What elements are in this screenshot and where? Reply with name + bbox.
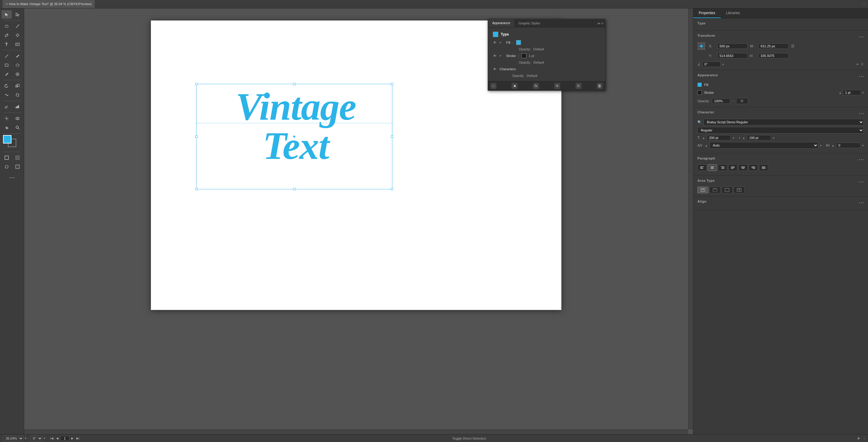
kerning-dropdown-btn[interactable]: ▾ — [820, 144, 822, 147]
drawing-mode[interactable] — [12, 154, 23, 162]
tracking-dropdown-btn[interactable]: ▾ — [862, 144, 864, 147]
tracking-up-btn[interactable]: ▲ — [832, 144, 835, 147]
normal-mode[interactable] — [1, 154, 12, 162]
area-auto-btn[interactable] — [698, 186, 708, 193]
symbol-sprayer-tool[interactable] — [1, 103, 12, 111]
angle-select[interactable]: 0° — [30, 436, 42, 441]
pen-tool[interactable] — [1, 31, 12, 39]
foreground-color[interactable] — [3, 135, 11, 143]
area-type-tool[interactable]: T — [12, 40, 23, 48]
leading-input[interactable] — [747, 135, 771, 140]
close-icon[interactable]: ✕ — [5, 2, 8, 6]
screen-mode[interactable] — [1, 163, 12, 171]
justify-left-btn[interactable] — [728, 164, 737, 171]
stroke-expand-arrow[interactable]: ▾ — [499, 54, 504, 58]
handle-bottom-mid[interactable] — [293, 188, 296, 190]
shape-builder-tool[interactable] — [12, 114, 23, 123]
flip-horizontal-btn[interactable]: ⇔ — [856, 62, 859, 66]
paintbrush-tool[interactable] — [1, 70, 12, 78]
tab-properties[interactable]: Properties — [693, 8, 721, 18]
appearance-more-btn[interactable]: • • • — [859, 75, 864, 78]
fill-appear-swatch[interactable] — [698, 82, 702, 87]
transform-more-btn[interactable]: • • • — [859, 35, 864, 39]
ellipse-tool[interactable] — [12, 61, 23, 69]
stroke-up-btn[interactable]: ▲ — [839, 91, 842, 94]
column-graph-tool[interactable] — [12, 103, 23, 111]
selection-tool[interactable] — [1, 10, 12, 19]
handle-bottom-right[interactable] — [391, 188, 393, 190]
rotate-tool[interactable] — [1, 82, 12, 90]
handle-top-left[interactable] — [195, 83, 198, 85]
area-fixed-btn[interactable] — [722, 186, 733, 193]
vertical-scrollbar[interactable] — [688, 8, 693, 429]
transform-reference-grid[interactable] — [698, 42, 705, 50]
stroke-appear-swatch[interactable] — [698, 91, 702, 95]
stroke-dropdown-btn[interactable]: ▾ — [862, 91, 864, 94]
document-tab[interactable]: ✕ How to Make Vintage Text* @ 36.04 % (C… — [2, 0, 95, 8]
constrain-proportions-btn[interactable]: ⛓ — [791, 44, 795, 48]
fx-button[interactable]: fx — [736, 98, 748, 104]
delete-item-btn[interactable]: 🗑 — [597, 83, 603, 89]
angle-input[interactable] — [702, 62, 720, 67]
nav-last-btn[interactable]: ▶| — [75, 436, 81, 440]
align-left-btn[interactable] — [698, 164, 707, 171]
area-other-btn[interactable] — [734, 186, 745, 193]
leading-dropdown-btn[interactable]: ▾ — [773, 136, 774, 140]
anchor-point-tool[interactable] — [12, 31, 23, 39]
stroke-color-swatch[interactable] — [522, 54, 526, 58]
nav-first-btn[interactable]: |◀ — [49, 436, 54, 440]
fill-color-swatch[interactable] — [516, 40, 521, 45]
paragraph-more-btn[interactable]: • • • — [859, 158, 864, 161]
flip-vertical-btn[interactable]: ⇕ — [861, 62, 864, 66]
fx-effects-btn[interactable]: fx — [533, 83, 539, 89]
justify-all-btn[interactable] — [759, 164, 768, 171]
h-input[interactable] — [758, 53, 788, 59]
opacity-chevron[interactable]: › — [733, 100, 734, 103]
add-new-stroke-btn[interactable]: □ — [490, 83, 496, 89]
hand-tool[interactable] — [1, 123, 12, 132]
direct-selection-tool[interactable] — [12, 10, 23, 19]
align-center-btn[interactable] — [708, 164, 717, 171]
y-input[interactable] — [717, 53, 748, 59]
zoom-dropdown-btn[interactable]: ▾ — [25, 436, 27, 440]
font-size-dropdown-btn[interactable]: ▾ — [733, 136, 734, 140]
free-transform-tool[interactable] — [12, 91, 23, 99]
character-more-btn[interactable]: • • • — [859, 112, 864, 115]
fill-expand-arrow[interactable]: ▾ — [499, 41, 504, 45]
justify-center-btn[interactable] — [739, 164, 748, 171]
rectangle-tool[interactable] — [1, 61, 12, 69]
font-style-select[interactable]: Reguler — [698, 127, 864, 134]
horizontal-scrollbar[interactable] — [24, 429, 688, 434]
opacity-input[interactable] — [712, 98, 730, 104]
collapse-icon[interactable]: ⋯ — [863, 2, 866, 6]
angle-status-dropdown[interactable]: ▾ — [44, 436, 45, 440]
full-screen-mode[interactable] — [12, 163, 23, 171]
float-tab-appearance[interactable]: Appearance — [488, 19, 514, 27]
kerning-up-btn[interactable]: ▲ — [705, 144, 708, 147]
angle-dropdown-btn[interactable]: ▾ — [722, 63, 724, 66]
mesh-tool[interactable] — [1, 114, 12, 123]
w-input[interactable] — [758, 43, 788, 49]
float-panel-expand-icon[interactable]: ≫ — [597, 22, 600, 25]
add-new-fill-btn[interactable]: ■ — [512, 83, 518, 89]
handle-bottom-left[interactable] — [195, 188, 198, 190]
tracking-input[interactable] — [836, 143, 861, 148]
x-input[interactable] — [717, 43, 748, 49]
zoom-tool[interactable] — [12, 123, 23, 132]
more-tools[interactable]: • • • — [4, 173, 20, 182]
kerning-select[interactable]: Auto — [710, 142, 818, 149]
page-input[interactable] — [60, 436, 69, 441]
font-size-up-btn[interactable]: ▲ — [702, 136, 705, 140]
font-size-input[interactable] — [707, 135, 731, 140]
line-segment-tool[interactable] — [1, 52, 12, 60]
stroke-pts-input[interactable] — [843, 90, 861, 95]
clear-appearance-btn[interactable]: ✕ — [554, 83, 560, 89]
expand-status-btn[interactable]: ‹ — [864, 437, 865, 440]
area-type-more-btn[interactable]: • • • — [859, 180, 864, 183]
fill-visibility-toggle[interactable]: 👁 — [492, 40, 497, 45]
align-right-btn[interactable] — [718, 164, 727, 171]
nav-prev-btn[interactable]: ◀ — [55, 436, 59, 440]
font-search-icon[interactable]: 🔍 — [698, 120, 702, 124]
warp-tool[interactable] — [1, 91, 12, 99]
area-fit-btn[interactable] — [710, 186, 720, 193]
